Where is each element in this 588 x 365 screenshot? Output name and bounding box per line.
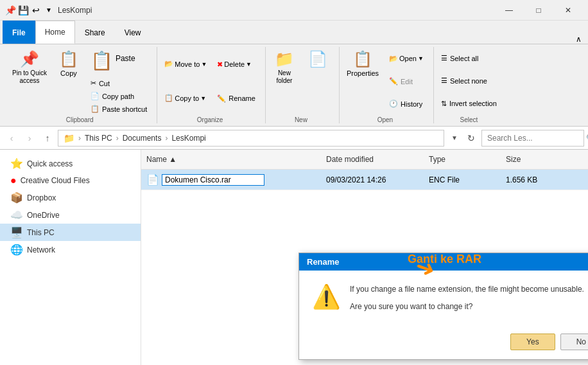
tab-share[interactable]: Share — [75, 21, 115, 44]
paste-shortcut-button[interactable]: 📋 Paste shortcut — [86, 103, 151, 115]
history-icon: 🕐 — [389, 100, 398, 108]
select-none-icon: ☰ — [441, 76, 447, 85]
cut-label: Cut — [99, 80, 110, 87]
path-separator-1: › — [116, 134, 119, 143]
sidebar-item-network[interactable]: 🌐 Network — [0, 241, 141, 258]
copy-button[interactable]: 📋 Copy — [53, 47, 85, 80]
open-button[interactable]: 📂 Open ▼ — [385, 52, 428, 66]
address-controls: ▼ ↻ — [447, 130, 479, 146]
dialog-buttons: Yes No — [299, 328, 588, 359]
maximize-button[interactable]: □ — [524, 0, 553, 21]
invert-selection-button[interactable]: ⇅ Invert selection — [437, 98, 501, 110]
new-folder-button[interactable]: 📁 Newfolder — [268, 47, 300, 88]
new-item-button[interactable]: 📄 — [302, 47, 334, 73]
quick-access-label: Quick access — [27, 159, 73, 168]
group-organize: 📂 Move to ▼ 📋 Copy to ▼ ✖ Delete ▼ — [157, 47, 266, 123]
path-part-leskompi[interactable]: LesKompi — [171, 134, 205, 143]
select-all-button[interactable]: ☰ Select all — [437, 52, 501, 64]
ribbon: File Home Share View ∧ 📌 Pin to Quickacc… — [0, 21, 588, 127]
properties-button[interactable]: 📋 Properties — [342, 47, 383, 80]
open-label: Open — [399, 55, 417, 62]
copy-label: Copy — [60, 69, 77, 77]
address-path[interactable]: 📁 › This PC › Documents › LesKompi — [58, 130, 444, 147]
select-none-button[interactable]: ☰ Select none — [437, 75, 501, 87]
onedrive-label: OneDrive — [27, 211, 60, 220]
title-bar: 📌 💾 ↩ ▼ LesKompi — □ ✕ — [0, 0, 588, 21]
sidebar-item-quick-access[interactable]: ⭐ Quick access — [0, 155, 141, 172]
search-input[interactable] — [487, 134, 584, 143]
search-box[interactable]: 🔍 — [481, 130, 584, 147]
sidebar-item-this-pc[interactable]: 🖥️ This PC — [0, 224, 141, 241]
open-stack: 📂 Open ▼ ✏️ Edit 🕐 History — [385, 47, 428, 115]
scissors-icon: ✂ — [91, 79, 96, 87]
group-open: 📋 Properties 📂 Open ▼ ✏️ Edit 🕐 — [340, 47, 434, 123]
tab-home[interactable]: Home — [35, 21, 75, 44]
refresh-button[interactable]: ↻ — [463, 130, 479, 146]
invert-label: Invert selection — [449, 100, 497, 107]
path-part-documents[interactable]: Documents — [123, 134, 162, 143]
main-area: ⭐ Quick access ● Creative Cloud Files 📦 … — [0, 150, 588, 365]
tab-view[interactable]: View — [115, 21, 151, 44]
sidebar-item-dropbox[interactable]: 📦 Dropbox — [0, 189, 141, 206]
pin-icon: 📌 — [20, 50, 39, 68]
select-all-label: Select all — [450, 55, 479, 62]
history-button[interactable]: 🕐 History — [385, 98, 428, 110]
copy-path-button[interactable]: 📄 Copy path — [86, 90, 151, 102]
organize-label: Organize — [160, 115, 260, 123]
path-separator-2: › — [165, 134, 168, 143]
dropdown-icon[interactable]: ▼ — [44, 5, 54, 15]
paste-button[interactable]: 📋 Paste — [86, 47, 151, 76]
path-part-thispc[interactable]: This PC — [85, 134, 112, 143]
move-to-label: Move to — [175, 60, 200, 68]
this-pc-icon: 🖥️ — [10, 226, 23, 238]
new-folder-icon: 📁 — [275, 50, 294, 68]
dropdown-button[interactable]: ▼ — [447, 130, 462, 146]
edit-button[interactable]: ✏️ Edit — [385, 75, 428, 87]
folder-icon: 📁 — [64, 133, 74, 143]
group-clipboard: 📌 Pin to Quickaccess 📋 Copy 📋 Paste — [5, 47, 157, 123]
rename-button[interactable]: ✏️ Rename — [212, 93, 260, 105]
close-button[interactable]: ✕ — [553, 0, 583, 21]
dialog-line1: If you change a file name extension, the… — [350, 283, 584, 296]
delete-button[interactable]: ✖ Delete ▼ — [212, 58, 260, 71]
dropbox-label: Dropbox — [27, 193, 56, 202]
cut-button[interactable]: ✂ Cut — [86, 77, 151, 89]
ribbon-expand-icon[interactable]: ∧ — [572, 35, 585, 44]
open-arrow: ▼ — [418, 55, 424, 62]
back-button[interactable]: ‹ — [4, 130, 19, 146]
select-all-icon: ☰ — [441, 54, 447, 62]
tab-file[interactable]: File — [3, 21, 35, 44]
organize-items: 📂 Move to ▼ 📋 Copy to ▼ ✖ Delete ▼ — [160, 47, 260, 115]
title-bar-controls: — □ ✕ — [494, 0, 583, 21]
copy-to-arrow: ▼ — [200, 95, 206, 102]
sidebar-item-creative-cloud[interactable]: ● Creative Cloud Files — [0, 172, 141, 189]
forward-button[interactable]: › — [22, 130, 37, 146]
pin-to-quick-access-button[interactable]: 📌 Pin to Quickaccess — [8, 47, 51, 88]
undo-icon[interactable]: ↩ — [31, 5, 41, 15]
network-label: Network — [27, 245, 55, 254]
save-icon[interactable]: 💾 — [18, 5, 28, 15]
copy-to-label: Copy to — [175, 94, 199, 102]
this-pc-label: This PC — [27, 228, 55, 237]
sidebar-item-onedrive[interactable]: ☁️ OneDrive — [0, 206, 141, 224]
yes-button[interactable]: Yes — [510, 334, 555, 350]
quick-access-icon[interactable]: 📌 — [5, 5, 15, 15]
minimize-button[interactable]: — — [494, 0, 524, 21]
creative-cloud-icon: ● — [10, 175, 17, 186]
file-area: Name ▲ Date modified Type Size 📄 09/03/2… — [141, 150, 588, 365]
warning-icon: ⚠️ — [312, 283, 341, 310]
move-to-button[interactable]: 📂 Move to ▼ — [160, 57, 211, 71]
dialog-text: If you change a file name extension, the… — [350, 283, 584, 318]
select-stack: ☰ Select all ☰ Select none ⇅ Invert sele… — [437, 47, 501, 115]
ribbon-tabs: File Home Share View ∧ — [0, 21, 588, 44]
copy-path-icon: 📄 — [91, 92, 99, 100]
up-button[interactable]: ↑ — [40, 130, 55, 146]
copy-to-button[interactable]: 📋 Copy to ▼ — [160, 91, 211, 105]
select-label: Select — [437, 115, 501, 123]
move-to-icon: 📂 — [164, 60, 173, 68]
copy-icon: 📋 — [59, 50, 78, 68]
clipboard-label: Clipboard — [8, 115, 151, 123]
no-button[interactable]: No — [560, 334, 588, 350]
dropbox-icon: 📦 — [10, 191, 23, 204]
open-items: 📋 Properties 📂 Open ▼ ✏️ Edit 🕐 — [342, 47, 428, 115]
